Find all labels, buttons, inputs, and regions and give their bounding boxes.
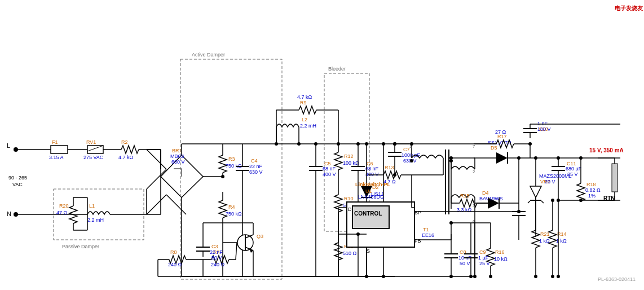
l-terminal: L (7, 142, 10, 149)
output-voltage-label: 15 V, 350 mA (589, 147, 624, 153)
q3-label: Q3 (257, 234, 263, 239)
svg-point-178 (449, 156, 453, 160)
r8-label: R8 (170, 249, 177, 255)
ref-label: PL-6363-020411 (598, 276, 636, 282)
r2-value: 4.7 kΩ (118, 155, 134, 160)
svg-point-218 (469, 275, 473, 278)
svg-point-248 (557, 199, 560, 202)
r12-label: R12 (344, 153, 354, 159)
r10-label: R10 (344, 196, 354, 201)
c4-label: C4 (251, 158, 258, 164)
svg-point-85 (297, 142, 301, 146)
vac-unit: VAC (12, 182, 23, 187)
svg-point-122 (382, 275, 385, 278)
t1-pin2: 2 (473, 169, 475, 174)
c7-label: C7 (403, 147, 410, 152)
svg-point-192 (534, 156, 537, 160)
r21-value: 1 kΩ (539, 238, 550, 244)
c10-value2: 100 V (537, 126, 551, 132)
svg-point-247 (557, 275, 560, 278)
svg-point-197 (534, 275, 537, 278)
svg-point-169 (579, 199, 583, 202)
svg-point-212 (449, 275, 453, 278)
t1-value: EE16 (422, 232, 434, 238)
r17-value: 27 Ω (495, 129, 506, 135)
r2-label: R2 (121, 139, 128, 145)
r3-label: R3 (228, 156, 235, 162)
c3-value1: 22 nF (210, 249, 223, 255)
f1-value: 3.15 A (49, 155, 64, 160)
t1-label: T1 (423, 227, 429, 232)
r16-label: R16 (495, 249, 505, 255)
svg-point-142 (410, 159, 413, 162)
fb-pin-label: FB (414, 238, 421, 244)
r18-label: R18 (586, 182, 596, 187)
svg-point-234 (393, 142, 396, 146)
d4-label: D4 (482, 190, 489, 196)
rv1-value: 275 VAC (83, 155, 104, 160)
ic-part-label: LNK456DG (358, 194, 384, 200)
c3-value2: 50 V (211, 255, 222, 261)
svg-point-95 (314, 142, 317, 146)
c5-value2: 400 V (323, 172, 336, 177)
vr2-value2: 20 V (545, 179, 555, 184)
ic-brand-label: LinkSwitch-PL (355, 182, 391, 187)
svg-rect-9 (87, 146, 103, 153)
c4-value1: 22 nF (249, 164, 263, 169)
svg-rect-245 (612, 164, 617, 192)
r14-value: 1 kΩ (556, 238, 567, 244)
svg-point-202 (551, 275, 554, 278)
r21-label: R21 (540, 231, 550, 237)
svg-point-100 (356, 142, 360, 146)
svg-point-2 (14, 147, 18, 152)
passive-damper-label: Passive Damper (62, 244, 99, 249)
r8-value: 240 Ω (168, 262, 182, 267)
c6-value2: 400 V (365, 172, 379, 177)
svg-point-228 (517, 210, 521, 213)
svg-rect-6 (51, 146, 68, 153)
svg-point-224 (449, 221, 453, 225)
l2-label: L2 (302, 117, 307, 122)
svg-point-206 (489, 275, 492, 278)
svg-point-115 (393, 173, 396, 177)
c9-value2: 25 V (479, 261, 490, 266)
svg-rect-126 (352, 206, 389, 229)
c7-value2: 630 V (403, 158, 417, 164)
r16-value: 10 kΩ (494, 256, 508, 262)
svg-point-130 (365, 275, 368, 278)
logo-text: 电子发烧友 (615, 5, 643, 11)
r20-value: 47 Ω (56, 210, 68, 216)
circuit-diagram: PL-6363-020411 电子发烧友 L N 90 - 265 VAC F1… (0, 0, 644, 290)
c4-value2: 630 V (249, 169, 263, 175)
control-label: CONTROL (354, 210, 382, 217)
d4-value: BAV19WS (479, 196, 503, 201)
ic-sublabel: U1 (365, 188, 372, 194)
r13-label: R13 (385, 165, 394, 170)
f1-label: F1 (52, 139, 58, 145)
r18-value2: 1% (588, 193, 596, 199)
r18-value1: 0.82 Ω (585, 187, 601, 193)
c9-value1: 1 µF (478, 255, 489, 261)
r9-label: R9 (300, 100, 307, 106)
svg-point-168 (579, 156, 583, 160)
c3-label: C3 (211, 244, 218, 249)
d-pin-label: D (348, 206, 352, 212)
c5-value1: 68 nF (323, 166, 336, 172)
r12-value: 100 kΩ (343, 160, 359, 166)
svg-point-48 (221, 175, 224, 178)
s-pin-label: S (367, 248, 370, 254)
r11-value: 510 Ω (343, 251, 357, 256)
c8-value2: 50 V (460, 261, 470, 266)
l1-value: 2.2 mH (87, 217, 104, 223)
n-terminal: N (7, 210, 11, 217)
l1-label: L1 (89, 203, 95, 209)
r9-value: 4.7 kΩ (297, 94, 312, 100)
active-damper-label: Active Damper (192, 52, 225, 58)
svg-point-184 (517, 156, 521, 160)
r20-label: R20 (59, 203, 69, 209)
vac-label: 90 - 265 (8, 175, 27, 181)
bleeder-label: Bleeder (328, 66, 346, 72)
svg-point-106 (365, 142, 368, 146)
br1-value1: MB6S (170, 153, 184, 159)
r4-value: 750 kΩ (226, 211, 242, 217)
